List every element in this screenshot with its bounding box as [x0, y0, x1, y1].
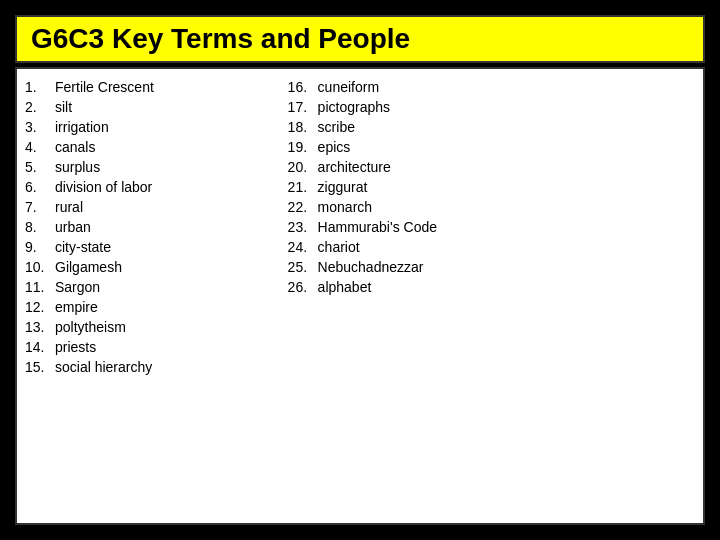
term-text: ziggurat — [318, 179, 368, 195]
list-item: 13.poltytheism — [25, 319, 280, 335]
term-number: 4. — [25, 139, 55, 155]
term-text: Hammurabi's Code — [318, 219, 437, 235]
term-text: canals — [55, 139, 95, 155]
term-number: 22. — [288, 199, 318, 215]
list-item: 8.urban — [25, 219, 280, 235]
term-number: 18. — [288, 119, 318, 135]
term-text: Fertile Crescent — [55, 79, 154, 95]
term-number: 7. — [25, 199, 55, 215]
content-area: 1.Fertile Crescent2.silt3.irrigation4.ca… — [15, 67, 705, 525]
extra-column — [542, 79, 695, 513]
list-item: 26.alphabet — [288, 279, 543, 295]
term-number: 11. — [25, 279, 55, 295]
term-text: Gilgamesh — [55, 259, 122, 275]
list-item: 21.ziggurat — [288, 179, 543, 195]
term-number: 5. — [25, 159, 55, 175]
page-title: G6C3 Key Terms and People — [31, 23, 410, 54]
list-item: 15.social hierarchy — [25, 359, 280, 375]
list-item: 10.Gilgamesh — [25, 259, 280, 275]
term-text: empire — [55, 299, 98, 315]
term-text: social hierarchy — [55, 359, 152, 375]
right-column: 16.cuneiform17.pictographs18.scribe19.ep… — [284, 79, 543, 513]
term-number: 12. — [25, 299, 55, 315]
left-column: 1.Fertile Crescent2.silt3.irrigation4.ca… — [25, 79, 284, 513]
list-item: 18.scribe — [288, 119, 543, 135]
term-text: cuneiform — [318, 79, 379, 95]
title-bar: G6C3 Key Terms and People — [15, 15, 705, 63]
term-text: Nebuchadnezzar — [318, 259, 424, 275]
list-item: 11.Sargon — [25, 279, 280, 295]
term-number: 9. — [25, 239, 55, 255]
term-number: 2. — [25, 99, 55, 115]
list-item: 1.Fertile Crescent — [25, 79, 280, 95]
term-number: 6. — [25, 179, 55, 195]
list-item: 5.surplus — [25, 159, 280, 175]
term-text: pictographs — [318, 99, 390, 115]
term-text: silt — [55, 99, 72, 115]
term-number: 3. — [25, 119, 55, 135]
term-number: 13. — [25, 319, 55, 335]
term-number: 17. — [288, 99, 318, 115]
term-number: 25. — [288, 259, 318, 275]
term-text: alphabet — [318, 279, 372, 295]
list-item: 7.rural — [25, 199, 280, 215]
list-item: 25.Nebuchadnezzar — [288, 259, 543, 275]
list-item: 12.empire — [25, 299, 280, 315]
term-text: urban — [55, 219, 91, 235]
list-item: 20.architecture — [288, 159, 543, 175]
main-container: G6C3 Key Terms and People 1.Fertile Cres… — [8, 8, 712, 532]
list-item: 3.irrigation — [25, 119, 280, 135]
term-number: 20. — [288, 159, 318, 175]
list-item: 24.chariot — [288, 239, 543, 255]
term-text: monarch — [318, 199, 372, 215]
list-item: 19.epics — [288, 139, 543, 155]
list-item: 2.silt — [25, 99, 280, 115]
term-text: poltytheism — [55, 319, 126, 335]
term-text: chariot — [318, 239, 360, 255]
term-number: 21. — [288, 179, 318, 195]
term-text: city-state — [55, 239, 111, 255]
term-text: architecture — [318, 159, 391, 175]
list-item: 23.Hammurabi's Code — [288, 219, 543, 235]
term-text: epics — [318, 139, 351, 155]
list-item: 16.cuneiform — [288, 79, 543, 95]
term-text: priests — [55, 339, 96, 355]
list-item: 22.monarch — [288, 199, 543, 215]
term-number: 23. — [288, 219, 318, 235]
term-text: Sargon — [55, 279, 100, 295]
list-item: 9.city-state — [25, 239, 280, 255]
term-number: 8. — [25, 219, 55, 235]
term-number: 10. — [25, 259, 55, 275]
list-item: 6.division of labor — [25, 179, 280, 195]
term-number: 16. — [288, 79, 318, 95]
term-number: 1. — [25, 79, 55, 95]
list-item: 17.pictographs — [288, 99, 543, 115]
term-number: 24. — [288, 239, 318, 255]
term-text: division of labor — [55, 179, 152, 195]
term-text: scribe — [318, 119, 355, 135]
term-number: 14. — [25, 339, 55, 355]
term-number: 26. — [288, 279, 318, 295]
term-text: irrigation — [55, 119, 109, 135]
term-text: surplus — [55, 159, 100, 175]
term-text: rural — [55, 199, 83, 215]
term-number: 19. — [288, 139, 318, 155]
list-item: 14.priests — [25, 339, 280, 355]
term-number: 15. — [25, 359, 55, 375]
list-item: 4.canals — [25, 139, 280, 155]
